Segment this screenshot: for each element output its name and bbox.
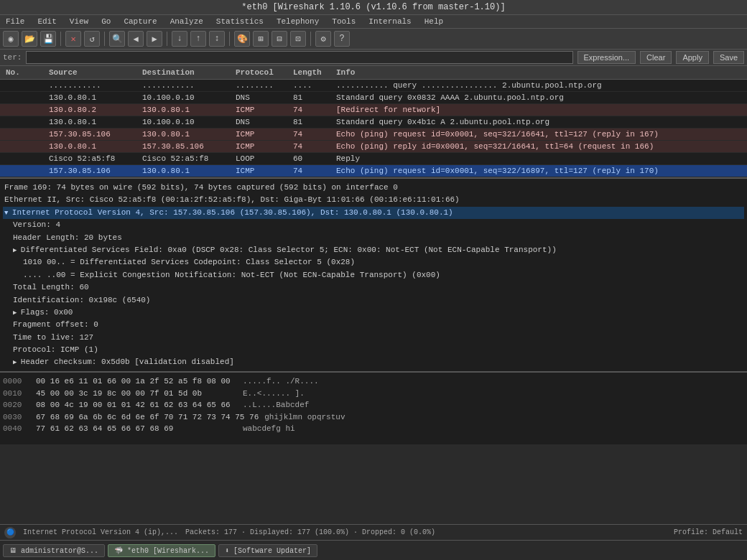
reload-btn[interactable]: ↺ <box>84 31 100 47</box>
pkt-info: Standard query 0x4b1c A 2.ubuntu.pool.nt… <box>333 117 744 127</box>
pkt-no <box>3 129 46 139</box>
packet-row[interactable]: 130.0.80.1 10.100.0.10 DNS 81 Standard q… <box>0 92 747 104</box>
packet-row[interactable]: 130.0.80.1 157.30.85.106 ICMP 74 Echo (p… <box>0 141 747 153</box>
pkt-dst: ........... <box>139 80 233 90</box>
packet-list: No. Source Destination Protocol Length I… <box>0 66 747 179</box>
total-length-line: Total Length: 60 <box>3 281 744 294</box>
close-btn[interactable]: ✕ <box>65 31 81 47</box>
zoom-out-btn[interactable]: ⊟ <box>272 31 287 47</box>
ip-line[interactable]: Internet Protocol Version 4, Src: 157.30… <box>3 207 744 219</box>
version-line: Version: 4 <box>3 219 744 231</box>
checksum-line[interactable]: Header checksum: 0x5d0b [validation disa… <box>3 356 744 368</box>
taskbar-admin[interactable]: 🖥 administrator@S... <box>3 544 105 557</box>
menu-internals[interactable]: Internals <box>366 17 414 27</box>
find-btn[interactable]: 🔍 <box>109 31 125 47</box>
hex-ascii: ghijklmn opqrstuv <box>264 411 345 424</box>
pkt-info: Echo (ping) request id=0x0001, seq=321/1… <box>333 129 744 139</box>
col-destination: Destination <box>139 67 233 78</box>
hex-bytes: 77 61 62 63 64 65 66 67 68 69 <box>36 423 237 435</box>
zoom-in-btn[interactable]: ⊞ <box>253 31 269 47</box>
toolbar-sep3 <box>167 32 167 46</box>
menu-go[interactable]: Go <box>98 17 113 27</box>
hex-ascii: ..L....Babcdef <box>243 399 309 411</box>
packet-row[interactable]: 157.30.85.106 130.0.80.1 ICMP 74 Echo (p… <box>0 165 747 177</box>
pkt-info: Standard query 0x0832 AAAA 2.ubuntu.pool… <box>333 93 744 103</box>
scroll-down-btn[interactable]: ↓ <box>172 31 187 47</box>
status-bar: 🔵 Internet Protocol Version 4 (ip),... P… <box>0 524 747 540</box>
pkt-no <box>3 154 46 164</box>
packet-row[interactable]: 157.30.85.106 130.0.80.1 ICMP 74 Echo (p… <box>0 129 747 141</box>
menu-telephony[interactable]: Telephony <box>274 17 322 27</box>
taskbar-updater[interactable]: ⬇ [Software Updater] <box>218 544 317 557</box>
filter-input[interactable] <box>26 51 572 64</box>
capture-options-btn[interactable]: ⚙ <box>315 31 331 47</box>
pkt-src: 157.30.85.106 <box>46 129 139 139</box>
pkt-proto: LOOP <box>233 154 290 164</box>
hex-dump[interactable]: 0000 00 16 e6 11 01 66 00 1a 2f 52 a5 f8… <box>0 373 747 444</box>
dsf-line[interactable]: Differentiated Services Field: 0xa0 (DSC… <box>3 244 744 256</box>
zoom-normal-btn[interactable]: ⊡ <box>290 31 306 47</box>
menu-analyze[interactable]: Analyze <box>167 17 206 27</box>
pkt-proto: DNS <box>233 117 290 127</box>
menu-help[interactable]: Help <box>422 17 446 27</box>
packet-row[interactable]: 130.0.80.1 10.100.0.10 DNS 81 Standard q… <box>0 116 747 129</box>
taskbar-wireshark[interactable]: 🦈 *eth0 [Wireshark... <box>108 544 215 557</box>
pkt-src: ........... <box>46 80 139 90</box>
hex-ascii: E..<...... ]. <box>243 388 305 400</box>
clear-button[interactable]: Clear <box>640 51 672 64</box>
save-btn[interactable]: 💾 <box>40 31 56 47</box>
menu-capture[interactable]: Capture <box>121 17 159 27</box>
back-btn[interactable]: ◀ <box>128 31 144 47</box>
pkt-len: 81 <box>290 93 333 103</box>
taskbar: 🖥 administrator@S... 🦈 *eth0 [Wireshark.… <box>0 540 747 560</box>
proto-line: Protocol: ICMP (1) <box>3 344 744 356</box>
open-btn[interactable]: 📂 <box>22 31 37 47</box>
jump-btn[interactable]: ↕ <box>209 31 225 47</box>
menu-statistics[interactable]: Statistics <box>213 17 266 27</box>
packet-row[interactable]: 130.0.80.2 130.0.80.1 ICMP 74 [Redirect … <box>0 104 747 116</box>
pkt-info: Echo (ping) reply id=0x0001, seq=321/166… <box>333 141 744 151</box>
hex-bytes: 67 68 69 6a 6b 6c 6d 6e 6f 70 71 72 73 7… <box>36 411 259 424</box>
help-btn[interactable]: ? <box>334 31 350 47</box>
menu-file[interactable]: File <box>3 17 27 27</box>
packet-row[interactable]: Cisco 52:a5:f8 Cisco 52:a5:f8 LOOP 60 Re… <box>0 153 747 165</box>
fwd-btn[interactable]: ▶ <box>147 31 162 47</box>
menu-view[interactable]: View <box>67 17 91 27</box>
toolbar-sep4 <box>229 32 230 46</box>
menu-tools[interactable]: Tools <box>329 17 358 27</box>
pkt-len: 74 <box>290 141 333 151</box>
expression-button[interactable]: Expression... <box>577 51 636 64</box>
hex-row: 0040 77 61 62 63 64 65 66 67 68 69 wabcd… <box>3 423 744 435</box>
hex-offset: 0010 <box>3 388 30 400</box>
pkt-no <box>3 117 46 127</box>
status-icon: 🔵 <box>4 527 16 538</box>
title-bar: *eth0 [Wireshark 1.10.6 (v1.10.6 from ma… <box>0 0 747 15</box>
pkt-proto: ICMP <box>233 129 290 139</box>
pkt-len: .... <box>290 80 333 90</box>
pkt-src: 130.0.80.1 <box>46 93 139 103</box>
menu-edit[interactable]: Edit <box>34 17 59 27</box>
packet-detail[interactable]: Frame 169: 74 bytes on wire (592 bits), … <box>0 179 747 373</box>
scroll-up-btn[interactable]: ↑ <box>190 31 206 47</box>
new-capture-btn[interactable]: ◉ <box>3 31 19 47</box>
ttl-line: Time to live: 127 <box>3 332 744 344</box>
toolbar-sep5 <box>310 32 311 46</box>
hex-offset: 0020 <box>3 399 30 411</box>
packet-row[interactable]: ........... ........... ........ .... ..… <box>0 80 747 92</box>
pkt-proto: ICMP <box>233 141 290 151</box>
pkt-proto: ........ <box>233 80 290 90</box>
pkt-no <box>3 166 46 176</box>
frame-line: Frame 169: 74 bytes on wire (592 bits), … <box>3 182 744 194</box>
profile-label: Profile: Default <box>674 528 743 536</box>
apply-button[interactable]: Apply <box>676 51 709 64</box>
pkt-dst: 10.100.0.10 <box>139 93 233 103</box>
ip-status-label: Internet Protocol Version 4 (ip),... <box>23 528 178 536</box>
flags-line[interactable]: Flags: 0x00 <box>3 307 744 319</box>
col-no: No. <box>3 67 46 78</box>
toolbar-sep1 <box>60 32 61 46</box>
colorize-btn[interactable]: 🎨 <box>234 31 250 47</box>
pkt-dst: 130.0.80.1 <box>139 166 233 176</box>
hex-row: 0020 08 00 4c 19 00 01 01 42 61 62 63 64… <box>3 399 744 411</box>
window-title: *eth0 [Wireshark 1.10.6 (v1.10.6 from ma… <box>241 2 505 12</box>
save-filter-button[interactable]: Save <box>713 51 744 64</box>
